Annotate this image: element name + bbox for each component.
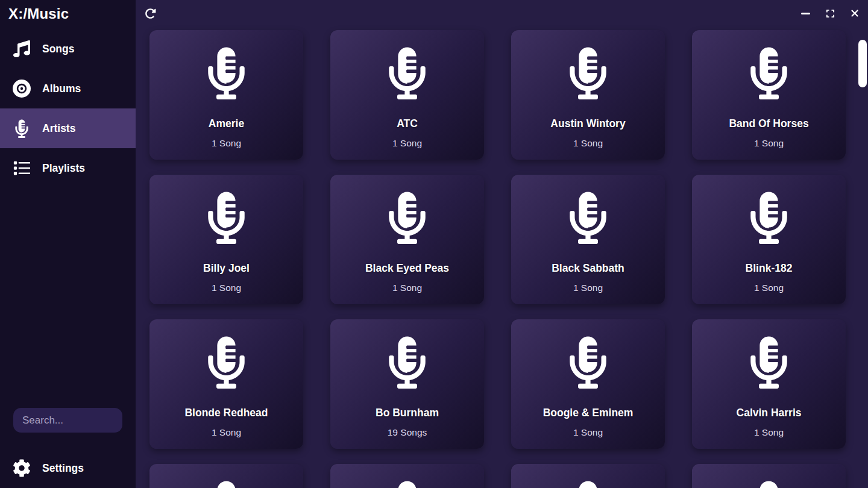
settings-label: Settings <box>42 462 84 475</box>
main-area: Amerie 1 Song ATC 1 Song Austin Wintory … <box>136 0 868 488</box>
artist-name: ATC <box>397 117 418 130</box>
artist-name: Amerie <box>209 117 244 130</box>
artist-card[interactable]: Amerie 1 Song <box>149 30 303 160</box>
microphone-icon <box>389 191 426 244</box>
sidebar: X:/Music Songs Albums Artist <box>0 0 136 488</box>
artist-name: Blonde Redhead <box>184 407 268 419</box>
microphone-icon <box>570 46 606 99</box>
artist-song-count: 1 Song <box>212 138 241 149</box>
microphone-icon <box>750 191 787 244</box>
gear-icon <box>11 459 32 477</box>
sidebar-item-settings[interactable]: Settings <box>11 455 84 481</box>
sidebar-item-playlists[interactable]: Playlists <box>0 148 136 188</box>
artist-name: Black Sabbath <box>552 262 624 275</box>
artist-song-count: 1 Song <box>392 138 422 149</box>
microphone-icon <box>750 480 787 488</box>
microphone-icon <box>750 46 787 99</box>
microphone-icon <box>570 336 606 389</box>
artist-card[interactable] <box>149 464 303 488</box>
artist-name: Calvin Harris <box>737 407 802 419</box>
artist-song-count: 1 Song <box>754 138 784 149</box>
artist-card[interactable] <box>511 464 665 488</box>
artist-card[interactable]: Band Of Horses 1 Song <box>692 30 846 160</box>
sidebar-item-label: Albums <box>42 83 81 95</box>
sidebar-item-label: Songs <box>42 43 74 55</box>
artist-song-count: 1 Song <box>573 138 603 149</box>
artist-card[interactable]: Boogie & Eminem 1 Song <box>511 319 665 449</box>
titlebar <box>136 0 868 27</box>
artist-name: Billy Joel <box>203 262 250 275</box>
app-title: X:/Music <box>0 0 136 29</box>
microphone-icon <box>750 336 787 389</box>
artist-card[interactable]: Billy Joel 1 Song <box>149 175 303 304</box>
microphone-icon <box>11 119 32 138</box>
microphone-icon <box>389 46 426 99</box>
close-icon[interactable] <box>850 8 860 19</box>
microphone-icon <box>570 191 606 244</box>
artist-card[interactable]: Blonde Redhead 1 Song <box>149 319 303 449</box>
list-icon <box>11 160 32 177</box>
refresh-icon[interactable] <box>144 7 156 19</box>
sidebar-item-label: Artists <box>42 122 75 135</box>
artist-card[interactable]: Blink-182 1 Song <box>692 175 846 304</box>
artist-card[interactable]: Black Sabbath 1 Song <box>511 175 665 304</box>
artist-song-count: 1 Song <box>212 427 241 438</box>
artist-song-count: 1 Song <box>392 283 422 293</box>
sidebar-item-albums[interactable]: Albums <box>0 69 136 108</box>
artist-name: Austin Wintory <box>550 117 625 130</box>
artist-song-count: 1 Song <box>754 283 784 293</box>
artist-song-count: 19 Songs <box>388 427 427 438</box>
artist-name: Blink-182 <box>746 262 793 275</box>
microphone-icon <box>389 336 426 389</box>
microphone-icon <box>208 191 245 244</box>
scrollbar-thumb[interactable] <box>858 40 867 87</box>
music-note-icon <box>11 40 32 57</box>
microphone-icon <box>208 480 245 488</box>
artist-card[interactable]: Austin Wintory 1 Song <box>511 30 665 160</box>
artist-name: Black Eyed Peas <box>365 262 449 275</box>
artist-card[interactable] <box>330 464 484 488</box>
disc-icon <box>11 79 32 98</box>
minimize-icon[interactable] <box>800 8 810 19</box>
sidebar-item-label: Playlists <box>42 162 85 175</box>
maximize-icon[interactable] <box>825 8 835 19</box>
artist-song-count: 1 Song <box>573 283 603 293</box>
artist-song-count: 1 Song <box>573 427 603 438</box>
artist-song-count: 1 Song <box>754 427 784 438</box>
microphone-icon <box>208 46 245 99</box>
artist-grid: Amerie 1 Song ATC 1 Song Austin Wintory … <box>149 30 846 488</box>
microphone-icon <box>208 336 245 389</box>
artist-card[interactable]: Calvin Harris 1 Song <box>692 319 846 449</box>
artist-card[interactable]: ATC 1 Song <box>330 30 484 160</box>
artist-name: Bo Burnham <box>376 407 439 419</box>
artist-card[interactable]: Bo Burnham 19 Songs <box>330 319 484 449</box>
artist-name: Boogie & Eminem <box>543 407 634 419</box>
window-controls <box>800 0 860 27</box>
search-input[interactable] <box>13 408 122 433</box>
sidebar-item-songs[interactable]: Songs <box>0 29 136 69</box>
artist-card[interactable] <box>692 464 846 488</box>
artist-name: Band Of Horses <box>729 117 808 130</box>
artist-song-count: 1 Song <box>212 283 241 293</box>
artist-card[interactable]: Black Eyed Peas 1 Song <box>330 175 484 304</box>
microphone-icon <box>389 480 426 488</box>
sidebar-nav: Songs Albums Artists Playli <box>0 29 136 188</box>
sidebar-item-artists[interactable]: Artists <box>0 108 136 148</box>
microphone-icon <box>570 480 606 488</box>
